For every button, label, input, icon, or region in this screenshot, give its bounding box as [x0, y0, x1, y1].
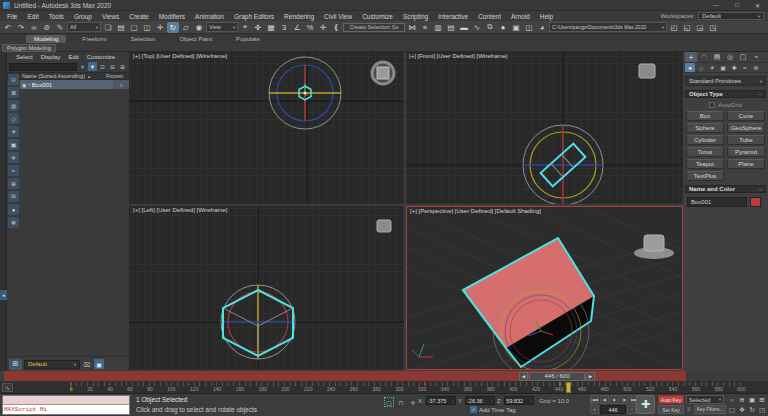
display-groups-icon[interactable]: ⊕ [8, 178, 19, 189]
object-color-swatch[interactable] [750, 197, 761, 207]
preset-dropdown[interactable]: Default▾ [24, 360, 80, 369]
object-type-button[interactable]: Box [686, 111, 724, 121]
explorer-menu-item[interactable]: Display [37, 54, 65, 60]
redo-icon[interactable]: ↷ [15, 22, 27, 33]
sort-hierarchy-icon[interactable]: ⊙ [8, 74, 19, 85]
pan-icon[interactable]: ✥ [737, 405, 747, 415]
go-to-start-button[interactable]: |◀◀ [590, 395, 599, 404]
y-coordinate-field[interactable]: -26.36↕ [465, 396, 495, 405]
viewport-left[interactable]: [+] [Left] [User Defined] [Wireframe] [130, 206, 404, 370]
name-color-rollout-header[interactable]: Name and Color− [685, 185, 766, 193]
column-header-frozen[interactable]: Frozen [106, 73, 129, 79]
menu-item[interactable]: Arnold [506, 13, 535, 20]
menu-item[interactable]: Civil View [319, 13, 357, 20]
object-type-button[interactable]: Cone [727, 111, 765, 121]
display-lights-icon[interactable]: ☀ [8, 126, 19, 137]
select-and-place-icon[interactable]: ◉ [193, 22, 205, 33]
geometry-category-icon[interactable]: ● [685, 63, 695, 72]
material-editor-icon[interactable]: ● [497, 22, 509, 33]
ribbon-tab[interactable]: Populate [228, 35, 268, 43]
align-icon[interactable]: ≡ [419, 22, 431, 33]
frozen-cell[interactable]: ✛ [113, 80, 129, 89]
eye-icon[interactable]: ◉ [22, 82, 26, 88]
create-tab-icon[interactable]: + [685, 52, 697, 62]
selection-lock-icon[interactable]: ⊓ [396, 397, 406, 407]
menu-item[interactable]: Views [97, 13, 124, 20]
viewport-layout-icon[interactable]: ⊞ [9, 359, 22, 370]
track-bar[interactable]: ∿ 02040608010012014016018020022024026028… [0, 381, 768, 394]
menu-item[interactable]: File [2, 13, 22, 20]
ribbon-tab[interactable]: Selection [123, 35, 164, 43]
object-type-button[interactable]: Torus [686, 147, 724, 157]
menu-item[interactable]: Rendering [279, 13, 319, 20]
mirror-icon[interactable]: ⋈ [406, 22, 418, 33]
explorer-menu-item[interactable]: Select [12, 54, 37, 60]
previous-frame-arrow[interactable]: ◀ [519, 372, 528, 381]
toggle-ribbon-icon[interactable]: ▬ [458, 22, 470, 33]
search-input[interactable] [9, 63, 77, 71]
display-spacewarps-icon[interactable]: ≈ [8, 165, 19, 176]
object-type-button[interactable]: Pyramid [727, 147, 765, 157]
render-production-icon[interactable]: ◕ [536, 22, 548, 33]
select-and-manipulate-icon[interactable]: ✜ [252, 22, 264, 33]
display-xrefs-icon[interactable]: ⧉ [8, 191, 19, 202]
viewport-front-label[interactable]: [+] [Front] [User Defined] [Wireframe] [409, 53, 508, 59]
polygon-modeling-tab[interactable]: Polygon Modeling [2, 44, 56, 52]
import-file-icon[interactable]: ◱ [681, 22, 693, 33]
zoom-extents-all-icon[interactable]: ⊞ [757, 395, 767, 405]
display-geometry-icon[interactable]: ◍ [8, 100, 19, 111]
collapse-explorer-icon[interactable]: ◂ [0, 290, 7, 300]
select-and-link-icon[interactable]: ∞ [28, 22, 40, 33]
viewport-top[interactable]: [+] [Top] [User Defined] [Wireframe] [130, 52, 404, 204]
explorer-row-box001[interactable]: ◉ ▪ Box001 ✛ [20, 80, 129, 89]
undo-icon[interactable]: ↶ [2, 22, 14, 33]
toggle-layer-explorer-icon[interactable]: ▤ [445, 22, 457, 33]
lights-category-icon[interactable]: ☀ [707, 63, 717, 72]
schematic-view-icon[interactable]: ⧉ [484, 22, 496, 33]
macro-recorder-pane[interactable] [3, 396, 129, 405]
project-folder-dropdown[interactable]: C:\Users\pango\Documents\3ds Max 2020▾ [549, 22, 667, 32]
menu-item[interactable]: Create [124, 13, 154, 20]
key-filters-button[interactable]: Key Filters... [694, 405, 726, 414]
lock-explorer-icon[interactable]: ⊡ [98, 62, 107, 71]
listener-pane[interactable]: MAXScript Mi [3, 405, 129, 414]
reference-file-icon[interactable]: ◲ [694, 22, 706, 33]
select-and-rotate-icon[interactable]: ↻ [167, 22, 179, 33]
object-type-button[interactable]: TextPlus [686, 171, 724, 181]
key-mode-toggle-icon[interactable]: ✦ [590, 405, 599, 414]
clear-search-icon[interactable]: ✕ [78, 62, 87, 71]
display-frozen-icon[interactable]: ❄ [8, 217, 19, 228]
curve-editor-icon[interactable]: ∿ [471, 22, 483, 33]
isolate-selection-icon[interactable]: ▢ [384, 397, 394, 407]
autogrid-checkbox[interactable] [709, 102, 715, 108]
filter-icon[interactable]: ▼ [88, 62, 97, 71]
key-selection-dropdown[interactable]: Selected▾ [686, 395, 724, 404]
expand-all-icon[interactable]: ⊞ [118, 62, 127, 71]
rendered-frame-window-icon[interactable]: ◫ [523, 22, 535, 33]
window-crossing-icon[interactable]: ◫ [141, 22, 153, 33]
object-type-button[interactable]: Tube [727, 135, 765, 145]
maxscript-mini-listener[interactable]: MAXScript Mi [2, 395, 130, 415]
display-tab-icon[interactable]: ▢ [737, 52, 749, 62]
toggle-scene-explorer-icon[interactable]: ▥ [432, 22, 444, 33]
display-helpers-icon[interactable]: ✛ [8, 152, 19, 163]
menu-item[interactable]: Content [473, 13, 506, 20]
menu-item[interactable]: Animation [190, 13, 229, 20]
object-name-field[interactable]: Box001 [687, 197, 747, 207]
menu-item[interactable]: Interactive [433, 13, 473, 20]
menu-item[interactable]: Tools [44, 13, 69, 20]
menu-item[interactable]: Graph Editors [229, 13, 279, 20]
explorer-menu-item[interactable]: Edit [64, 54, 82, 60]
ribbon-tab[interactable]: Object Paint [171, 35, 220, 43]
object-type-button[interactable]: Sphere [686, 123, 724, 133]
mini-curve-editor-icon[interactable]: ∿ [2, 383, 13, 392]
angle-snap-toggle-icon[interactable]: ∠ [291, 22, 303, 33]
select-object-icon[interactable]: ❏ [102, 22, 114, 33]
viewport-perspective-label[interactable]: [+] [Perspective] [User Defined] [Defaul… [410, 208, 541, 214]
time-slider-band[interactable]: ◀ 446 / 600 ▶ [4, 371, 686, 381]
spinner-snap-toggle-icon[interactable]: ✛ [317, 22, 329, 33]
viewport-perspective[interactable]: [+] [Perspective] [User Defined] [Defaul… [406, 206, 683, 370]
select-by-name-icon[interactable]: ▤ [115, 22, 127, 33]
workspace-dropdown[interactable]: Default▾ [698, 12, 764, 20]
orbit-icon[interactable]: ↻ [747, 405, 757, 415]
